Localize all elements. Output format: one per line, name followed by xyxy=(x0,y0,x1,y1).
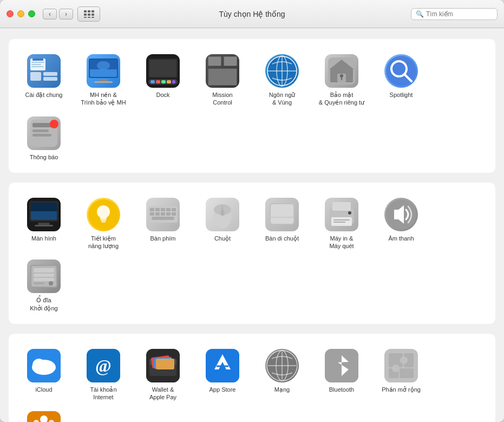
svg-rect-10 xyxy=(32,59,43,61)
pref-security[interactable]: Bảo mật& Quyền riêng tư xyxy=(312,49,371,111)
svg-rect-89 xyxy=(333,222,345,223)
svg-rect-77 xyxy=(152,217,174,220)
grid-view-button[interactable] xyxy=(77,7,100,22)
svg-rect-5 xyxy=(91,14,94,16)
pref-appstore-label: App Store xyxy=(210,386,236,393)
svg-rect-7 xyxy=(88,17,90,18)
pref-appstore[interactable]: App Store xyxy=(193,343,252,406)
pref-icloud[interactable]: iCloud xyxy=(14,343,74,406)
svg-point-99 xyxy=(49,281,53,285)
pref-keyboard[interactable]: Bàn phím xyxy=(133,192,193,255)
pref-trackpad[interactable]: Bàn di chuột xyxy=(252,192,312,255)
svg-text:@: @ xyxy=(95,356,112,375)
pref-wallet-label: Wallet &Apple Pay xyxy=(149,386,176,401)
svg-point-123 xyxy=(400,356,408,364)
svg-rect-76 xyxy=(172,212,176,216)
svg-rect-75 xyxy=(166,212,171,216)
svg-rect-4 xyxy=(88,14,90,16)
pref-desktop[interactable]: MH nền &Trình bảo vệ MH xyxy=(74,49,133,111)
svg-rect-21 xyxy=(99,79,108,81)
pref-spotlight-label: Spotlight xyxy=(390,91,413,99)
pref-dock[interactable]: Dock xyxy=(133,49,193,111)
svg-rect-54 xyxy=(32,134,51,137)
close-button[interactable] xyxy=(6,10,14,17)
section-row1: Cài đặt chung MH nền &Trì xyxy=(9,39,495,173)
svg-point-55 xyxy=(50,120,58,128)
svg-rect-67 xyxy=(150,208,154,211)
pref-display-label: Màn hình xyxy=(31,235,56,242)
minimize-button[interactable] xyxy=(17,10,24,17)
svg-rect-36 xyxy=(208,69,237,85)
svg-rect-98 xyxy=(34,282,44,284)
maximize-button[interactable] xyxy=(28,10,35,17)
pref-wallet[interactable]: Wallet &Apple Pay xyxy=(133,343,193,406)
pref-bluetooth[interactable]: Bluetooth xyxy=(312,343,371,406)
svg-rect-86 xyxy=(332,202,351,211)
svg-rect-22 xyxy=(94,81,113,83)
svg-rect-53 xyxy=(32,129,49,132)
svg-rect-58 xyxy=(31,203,57,211)
forward-button[interactable]: › xyxy=(59,9,73,20)
svg-rect-28 xyxy=(161,80,166,83)
svg-rect-27 xyxy=(156,80,160,83)
pref-spotlight[interactable]: Spotlight xyxy=(371,49,431,111)
svg-rect-97 xyxy=(34,278,54,281)
icon-grid-row2: Màn hình Tiết kiệmnăng lư xyxy=(14,192,490,316)
pref-display[interactable]: Màn hình xyxy=(14,192,74,255)
svg-rect-83 xyxy=(271,204,293,224)
pref-general[interactable]: Cài đặt chung xyxy=(14,49,74,111)
pref-notification[interactable]: Thông báo xyxy=(14,111,74,165)
svg-point-20 xyxy=(97,61,110,70)
pref-energy[interactable]: Tiết kiệmnăng lượng xyxy=(74,192,133,255)
system-preferences-window: ‹ › Tùy chọn Hệ thống 🔍 xyxy=(0,0,504,422)
svg-rect-74 xyxy=(161,212,165,216)
icon-grid-row3: iCloud @ Tài khoảnInternet xyxy=(14,343,490,422)
svg-rect-29 xyxy=(167,80,171,83)
pref-internet[interactable]: @ Tài khoảnInternet xyxy=(74,343,133,406)
pref-network[interactable]: Mạng xyxy=(252,343,312,406)
pref-startup-label: Ổ đĩaKhởi động xyxy=(30,296,57,312)
svg-rect-1 xyxy=(88,10,90,12)
pref-print-label: Máy in &Máy quét xyxy=(329,235,354,250)
svg-rect-2 xyxy=(91,10,94,12)
svg-rect-6 xyxy=(84,17,87,18)
search-box[interactable]: 🔍 xyxy=(411,8,498,20)
svg-rect-126 xyxy=(400,368,414,378)
pref-network-label: Mạng xyxy=(274,386,290,393)
svg-rect-30 xyxy=(172,80,175,83)
traffic-lights xyxy=(6,10,35,17)
pref-sharing[interactable]: Chia sẻ xyxy=(14,406,74,422)
back-button[interactable]: ‹ xyxy=(43,9,57,20)
svg-rect-69 xyxy=(161,208,165,211)
svg-rect-8 xyxy=(91,17,94,18)
pref-mouse-label: Chuột xyxy=(214,235,231,242)
svg-rect-15 xyxy=(43,72,57,76)
pref-mission[interactable]: MissionControl xyxy=(193,49,252,111)
pref-language[interactable]: Ngôn ngữ& Vùng xyxy=(252,49,312,111)
svg-rect-34 xyxy=(224,57,237,66)
svg-point-90 xyxy=(348,211,351,215)
svg-rect-60 xyxy=(35,225,53,226)
svg-rect-0 xyxy=(84,10,87,12)
svg-rect-73 xyxy=(155,212,160,216)
pref-print[interactable]: Máy in &Máy quét xyxy=(312,192,371,255)
pref-bluetooth-label: Bluetooth xyxy=(329,386,354,393)
pref-extensions[interactable]: Phần mở rộng xyxy=(371,343,431,406)
svg-rect-13 xyxy=(31,66,43,67)
svg-rect-3 xyxy=(84,14,87,16)
pref-trackpad-label: Bàn di chuột xyxy=(265,235,299,242)
svg-rect-16 xyxy=(43,77,57,81)
svg-rect-26 xyxy=(150,80,155,83)
pref-mouse[interactable]: Chuột xyxy=(193,192,252,255)
pref-startup[interactable]: Ổ đĩaKhởi động xyxy=(14,254,74,316)
pref-sound[interactable]: Âm thanh xyxy=(371,192,431,255)
svg-rect-65 xyxy=(101,221,106,223)
search-icon: 🔍 xyxy=(416,10,424,18)
search-input[interactable] xyxy=(426,10,493,18)
svg-rect-14 xyxy=(30,72,41,81)
svg-rect-12 xyxy=(31,64,41,65)
svg-rect-111 xyxy=(156,359,174,369)
svg-rect-32 xyxy=(208,57,221,66)
content-area: Cài đặt chung MH nền &Trì xyxy=(0,28,504,422)
pref-internet-label: Tài khoảnInternet xyxy=(90,386,116,401)
